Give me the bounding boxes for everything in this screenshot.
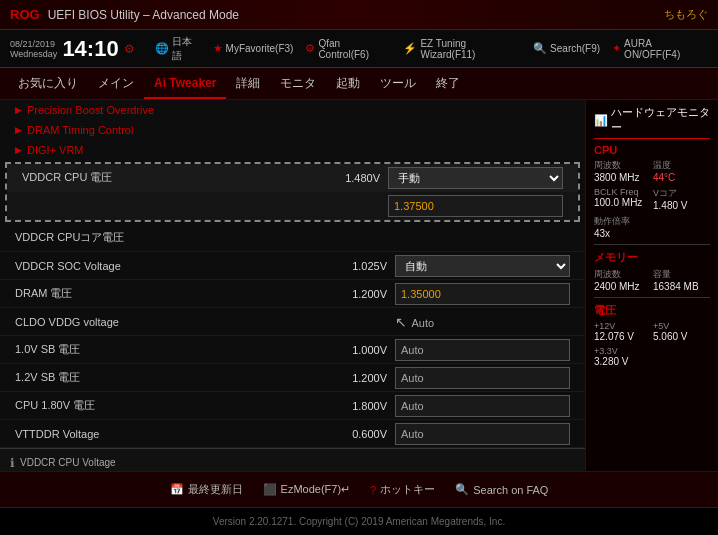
- chevron-right-icon-3: ▶: [15, 145, 22, 155]
- date-display: 08/21/2019 Wednesday: [10, 39, 57, 59]
- ez-tuning-button[interactable]: ⚡ EZ Tuning Wizard(F11): [403, 35, 521, 63]
- chevron-right-icon: ▶: [15, 105, 22, 115]
- cpu-18v-label: CPU 1.80V 電圧: [15, 398, 327, 413]
- last-update-button[interactable]: 📅 最終更新日: [170, 482, 243, 497]
- vddcr-cpu-voltage-row: VDDCR CPU 電圧 1.480V 手動 自動: [7, 164, 578, 192]
- sidebar-item-precision-boost[interactable]: ▶ Precision Boost Overdrive: [0, 100, 585, 120]
- cpu-bclk-vcore-grid: BCLK Freq 100.0 MHz Vコア 1.480 V: [594, 187, 710, 211]
- vddcr-cpu-core-row: VDDCR CPUコア電圧: [0, 224, 585, 252]
- vttddr-input: Auto: [395, 423, 570, 445]
- memory-section-header: メモリー: [594, 250, 710, 265]
- sidebar-item-digi-vrm[interactable]: ▶ DIGI+ VRM: [0, 140, 585, 160]
- update-icon: 📅: [170, 483, 184, 496]
- search-button[interactable]: 🔍 Search(F9): [533, 35, 600, 63]
- 12v-sb-value: 1.200V: [327, 372, 387, 384]
- sidebar-label-dram-timing: DRAM Timing Control: [27, 124, 133, 136]
- mem-freq-cell: 周波数 2400 MHz: [594, 268, 651, 292]
- aura-button[interactable]: ✦ AURA ON/OFF(F4): [612, 35, 708, 63]
- nav-ai-tweaker[interactable]: Ai Tweaker: [144, 68, 226, 99]
- v12-cell: +12V 12.076 V: [594, 321, 651, 342]
- nav-advanced[interactable]: 詳細: [226, 68, 270, 99]
- ez-mode-button[interactable]: ⬛ EzMode(F7)↵: [263, 483, 351, 496]
- vttddr-text: Auto: [401, 428, 424, 440]
- 12v-sb-text: Auto: [401, 372, 424, 384]
- myfavorite-button[interactable]: ★ MyFavorite(F3): [213, 35, 294, 63]
- cpu-18v-text: Auto: [401, 400, 424, 412]
- vddcr-cpu-input-row: 1.37500: [7, 192, 578, 220]
- datetime-bar: 08/21/2019 Wednesday 14:10 ⚙ 🌐 日本語 ★ MyF…: [0, 30, 718, 68]
- last-update-label: 最終更新日: [188, 482, 243, 497]
- vddcr-cpu-dropdown-wrapper[interactable]: 手動 自動: [388, 167, 563, 189]
- cldo-vddg-row: CLDO VDDG voltage ↖ Auto: [0, 308, 585, 336]
- cursor-icon: ↖: [395, 314, 407, 330]
- nav-tools[interactable]: ツール: [370, 68, 426, 99]
- cpu-temp-cell: 温度 44°C: [653, 159, 710, 183]
- sidebar-label-precision-boost: Precision Boost Overdrive: [27, 104, 154, 116]
- cpu-18v-input: Auto: [395, 395, 570, 417]
- day-text: Wednesday: [10, 49, 57, 59]
- nav-boot[interactable]: 起動: [326, 68, 370, 99]
- language-label: 日本語: [172, 35, 201, 63]
- sidebar-item-dram-timing[interactable]: ▶ DRAM Timing Control: [0, 120, 585, 140]
- search-faq-button[interactable]: 🔍 Search on FAQ: [455, 483, 548, 496]
- nav-main[interactable]: メイン: [88, 68, 144, 99]
- title-bar: ROG UEFI BIOS Utility – Advanced Mode ちも…: [0, 0, 718, 30]
- cpu-freq-temp-grid: 周波数 3800 MHz 温度 44°C: [594, 159, 710, 183]
- time-display: 14:10: [62, 36, 118, 62]
- v33-cell: +3.3V 3.280 V: [594, 346, 710, 367]
- date-text: 08/21/2019: [10, 39, 57, 49]
- ez-mode-icon: ⬛: [263, 483, 277, 496]
- qfan-icon: ⚙: [305, 42, 315, 55]
- qfan-button[interactable]: ⚙ Qfan Control(F6): [305, 35, 391, 63]
- vddcr-cpu-core-label: VDDCR CPUコア電圧: [15, 230, 327, 245]
- content-area: ▶ Precision Boost Overdrive ▶ DRAM Timin…: [0, 100, 718, 471]
- site-watermark: ちもろぐ: [664, 7, 708, 22]
- footer: Version 2.20.1271. Copyright (C) 2019 Am…: [0, 507, 718, 535]
- info-bar: ℹ VDDCR CPU Voltage: [0, 448, 585, 471]
- nav-exit[interactable]: 終了: [426, 68, 470, 99]
- myfavorite-label: MyFavorite(F3): [226, 43, 294, 54]
- vddcr-cpu-input-wrapper[interactable]: 1.37500: [388, 195, 563, 217]
- vddcr-cpu-dropdown[interactable]: 手動 自動: [388, 167, 563, 189]
- hotkey-button[interactable]: ? ホットキー: [370, 482, 435, 497]
- cpu-multiplier-cell: 動作倍率 43x: [594, 215, 710, 239]
- ez-mode-label: EzMode(F7)↵: [281, 483, 351, 496]
- cpu-18v-value: 1.800V: [327, 400, 387, 412]
- language-button[interactable]: 🌐 日本語: [155, 35, 201, 63]
- bios-nav-shortcuts: 🌐 日本語 ★ MyFavorite(F3) ⚙ Qfan Control(F6…: [155, 35, 708, 63]
- vddcr-soc-dropdown-wrapper[interactable]: 自動 手動: [395, 255, 570, 277]
- search-faq-label: Search on FAQ: [473, 484, 548, 496]
- cldo-vddg-label: CLDO VDDG voltage: [15, 316, 327, 328]
- nav-favorites[interactable]: お気に入り: [8, 68, 88, 99]
- vttddr-value: 0.600V: [327, 428, 387, 440]
- vddcr-cpu-input-field[interactable]: 1.37500: [388, 195, 563, 217]
- settings-gear-icon[interactable]: ⚙: [124, 42, 135, 56]
- vttddr-row: VTTDDR Voltage 0.600V Auto: [0, 420, 585, 448]
- aura-label: AURA ON/OFF(F4): [624, 38, 708, 60]
- 1v-sb-input: Auto: [395, 339, 570, 361]
- chevron-right-icon-2: ▶: [15, 125, 22, 135]
- info-bar-text: VDDCR CPU Voltage: [20, 457, 116, 468]
- vddcr-cpu-value: 1.480V: [320, 172, 380, 184]
- mem-cap-cell: 容量 16384 MB: [653, 268, 710, 292]
- footer-text: Version 2.20.1271. Copyright (C) 2019 Am…: [213, 516, 505, 527]
- cpu-18v-control: Auto: [395, 395, 570, 417]
- vddcr-soc-dropdown[interactable]: 自動 手動: [395, 255, 570, 277]
- dram-voltage-input[interactable]: 1.35000: [395, 283, 570, 305]
- search-label: Search(F9): [550, 43, 600, 54]
- v5-cell: +5V 5.060 V: [653, 321, 710, 342]
- hotkey-label: ホットキー: [380, 482, 435, 497]
- voltage-section-header: 電圧: [594, 303, 710, 318]
- divider-1: [594, 244, 710, 245]
- dram-voltage-value: 1.200V: [327, 288, 387, 300]
- dram-voltage-control[interactable]: 1.35000: [395, 283, 570, 305]
- favorite-icon: ★: [213, 42, 223, 55]
- dram-voltage-row: DRAM 電圧 1.200V 1.35000: [0, 280, 585, 308]
- vcore-cell: Vコア 1.480 V: [653, 187, 710, 211]
- nav-monitor[interactable]: モニタ: [270, 68, 326, 99]
- vddcr-cpu-input-value: 1.37500: [394, 200, 434, 212]
- left-panel: ▶ Precision Boost Overdrive ▶ DRAM Timin…: [0, 100, 585, 471]
- monitor-icon: 📊: [594, 114, 608, 127]
- ez-tuning-label: EZ Tuning Wizard(F11): [420, 38, 521, 60]
- search-icon: 🔍: [533, 42, 547, 55]
